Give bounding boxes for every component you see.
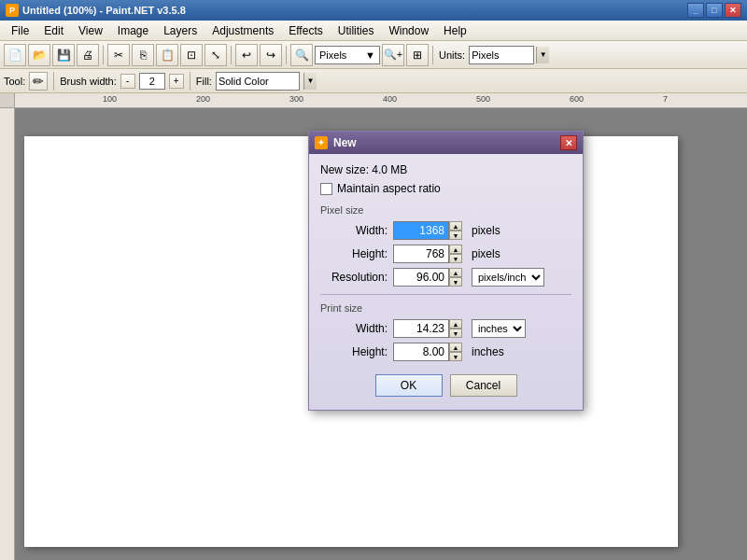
print-height-label: Height: — [320, 345, 388, 358]
section-divider — [320, 294, 571, 295]
resolution-spin-up[interactable]: ▲ — [449, 268, 462, 277]
print-height-spin-up[interactable]: ▲ — [449, 343, 462, 352]
dialog-buttons: OK Cancel — [320, 374, 571, 400]
height-spinner: ▲ ▼ — [449, 245, 462, 263]
resolution-unit-combo: pixels/inch pixels/cm — [472, 268, 544, 287]
dialog-title: New — [333, 136, 357, 149]
cancel-button[interactable]: Cancel — [450, 374, 517, 397]
print-width-spinner: ▲ ▼ — [449, 319, 462, 338]
ok-button[interactable]: OK — [375, 374, 443, 397]
print-height-row: Height: ▲ ▼ inches — [320, 343, 571, 361]
print-height-input[interactable] — [393, 343, 449, 361]
resolution-spinner: ▲ ▼ — [449, 268, 462, 287]
print-width-row: Width: ▲ ▼ inches cm — [320, 319, 571, 338]
height-row: Height: ▲ ▼ pixels — [320, 245, 571, 263]
width-label: Width: — [320, 224, 388, 237]
dialog-body: New size: 4.0 MB Maintain aspect ratio P… — [309, 154, 583, 410]
resolution-label: Resolution: — [320, 271, 388, 284]
print-height-input-group: ▲ ▼ — [393, 343, 462, 361]
height-spin-down[interactable]: ▼ — [449, 254, 462, 263]
print-size-section: Print size — [320, 302, 571, 314]
new-dialog: ✦ New ✕ New size: 4.0 MB Maintain aspect… — [308, 131, 584, 411]
dialog-title-bar: ✦ New ✕ — [309, 132, 583, 154]
dialog-icon: ✦ — [315, 136, 328, 149]
height-input-group: ▲ ▼ — [393, 245, 462, 263]
aspect-ratio-checkbox[interactable] — [320, 183, 332, 195]
width-spinner: ▲ ▼ — [449, 221, 462, 240]
print-width-input[interactable] — [393, 319, 449, 338]
height-unit: pixels — [472, 247, 500, 260]
width-unit: pixels — [472, 224, 500, 237]
print-width-spin-down[interactable]: ▼ — [449, 329, 462, 338]
height-spin-up[interactable]: ▲ — [449, 245, 462, 254]
height-input[interactable] — [393, 245, 449, 263]
print-width-unit-combo: inches cm — [472, 319, 526, 338]
dialog-overlay: ✦ New ✕ New size: 4.0 MB Maintain aspect… — [0, 0, 747, 560]
print-height-spin-down[interactable]: ▼ — [449, 352, 462, 361]
width-input-group: ▲ ▼ — [393, 221, 462, 240]
size-info: New size: 4.0 MB — [320, 163, 571, 176]
aspect-ratio-row: Maintain aspect ratio — [320, 182, 571, 195]
width-row: Width: ▲ ▼ pixels — [320, 221, 571, 240]
width-input[interactable] — [393, 221, 449, 240]
print-height-spinner: ▲ ▼ — [449, 343, 462, 361]
print-height-unit: inches — [472, 345, 504, 358]
width-spin-up[interactable]: ▲ — [449, 221, 462, 231]
height-label: Height: — [320, 247, 388, 260]
resolution-input[interactable] — [393, 268, 449, 287]
print-width-spin-up[interactable]: ▲ — [449, 319, 462, 329]
print-width-unit-select[interactable]: inches cm — [472, 319, 526, 338]
resolution-spin-down[interactable]: ▼ — [449, 277, 462, 287]
print-width-input-group: ▲ ▼ — [393, 319, 462, 338]
resolution-unit-select[interactable]: pixels/inch pixels/cm — [472, 268, 544, 287]
width-spin-down[interactable]: ▼ — [449, 231, 462, 240]
dialog-close-button[interactable]: ✕ — [560, 135, 577, 150]
print-width-label: Width: — [320, 322, 388, 335]
resolution-input-group: ▲ ▼ — [393, 268, 462, 287]
pixel-size-section: Pixel size — [320, 204, 571, 216]
aspect-ratio-label: Maintain aspect ratio — [337, 182, 441, 195]
resolution-row: Resolution: ▲ ▼ pixels/inch pixels/cm — [320, 268, 571, 287]
